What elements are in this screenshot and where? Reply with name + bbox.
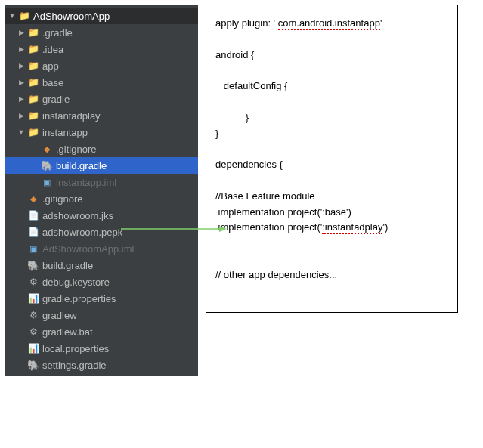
tree-item-AdShowroomApp-iml[interactable]: ▣AdShowroomApp.iml	[5, 240, 198, 257]
chevron-right-icon[interactable]	[17, 95, 26, 103]
tree-item-adshowroom-jks[interactable]: 📄adshowroom.jks	[5, 207, 198, 224]
code-line: implementation project(':instantadplay')	[215, 220, 448, 236]
tree-item-label: build.gradle	[42, 260, 93, 271]
spellcheck-underline: com.android.instantapp	[278, 17, 380, 30]
code-line: }	[215, 110, 448, 126]
properties-icon: 📊	[27, 342, 39, 354]
pointer-arrow	[121, 224, 227, 226]
folder-icon: 📁	[27, 76, 39, 88]
code-line: dependencies {	[215, 157, 448, 173]
gear-icon: ⚙	[27, 276, 39, 288]
svg-marker-1	[219, 226, 227, 232]
tree-item-gradlew[interactable]: ⚙gradlew	[5, 307, 198, 323]
code-line: android {	[215, 48, 448, 63]
gradle-icon: 🐘	[41, 159, 53, 171]
module-icon: ▣	[27, 243, 39, 255]
tree-item-label: base	[42, 77, 63, 88]
module-icon: ▣	[41, 176, 53, 188]
tree-item-label: adshowroom.jks	[42, 210, 113, 221]
gear-icon: ⚙	[27, 309, 39, 321]
tree-item-build-gradle[interactable]: 🐘build.gradle	[5, 157, 198, 174]
tree-item-instantapp[interactable]: 📁instantapp	[5, 124, 198, 141]
tree-item-label: gradlew	[42, 310, 77, 321]
gradle-icon: 🐘	[27, 359, 39, 371]
code-line: //Base Feature module	[215, 189, 448, 205]
tree-item-gradle-properties[interactable]: 📊gradle.properties	[5, 290, 198, 307]
chevron-right-icon[interactable]	[17, 62, 26, 70]
gradle-icon: 🐘	[27, 259, 39, 271]
spellcheck-underline: :instantadplay	[322, 221, 382, 234]
tree-item-build-gradle[interactable]: 🐘build.gradle	[5, 257, 198, 273]
chevron-down-icon	[8, 12, 17, 20]
tree-item-label: .gitignore	[56, 144, 96, 155]
tree-item-label: instantapp.iml	[56, 177, 116, 188]
tree-item-label: debug.keystore	[42, 277, 110, 288]
folder-icon: 📁	[27, 110, 39, 122]
chevron-right-icon[interactable]	[17, 45, 26, 53]
properties-icon: 📊	[27, 292, 39, 304]
tree-root-label: AdShowroomApp	[33, 11, 110, 22]
project-tree: 📁 AdShowroomApp 📁.gradle📁.idea📁app📁base📁…	[5, 5, 198, 376]
gear-icon: ⚙	[27, 326, 39, 338]
tree-item-gradle[interactable]: 📁gradle	[5, 91, 198, 107]
tree-item--idea[interactable]: 📁.idea	[5, 41, 198, 57]
tree-item-instantapp-iml[interactable]: ▣instantapp.iml	[5, 174, 198, 190]
code-line: apply plugin: ' com.android.instantapp'	[215, 16, 448, 32]
tree-item-label: build.gradle	[56, 160, 107, 171]
gitignore-icon: ◆	[41, 143, 53, 155]
tree-item-instantadplay[interactable]: 📁instantadplay	[5, 107, 198, 124]
tree-item--gradle[interactable]: 📁.gradle	[5, 24, 198, 41]
code-line: // other app dependencies...	[215, 267, 448, 283]
tree-item-label: gradle.properties	[42, 293, 116, 304]
tree-item-label: gradlew.bat	[42, 326, 93, 338]
chevron-down-icon[interactable]	[17, 128, 26, 136]
folder-icon: 📁	[27, 26, 39, 39]
tree-item-label: instantadplay	[42, 110, 101, 122]
code-line: }	[215, 126, 448, 142]
tree-item-settings-gradle[interactable]: 🐘settings.gradle	[5, 357, 198, 373]
code-line: implementation project(':base')	[215, 205, 448, 221]
tree-item-label: .gitignore	[42, 193, 82, 205]
tree-item-base[interactable]: 📁base	[5, 74, 198, 91]
file-icon: 📄	[27, 209, 39, 221]
tree-item--gitignore[interactable]: ◆.gitignore	[5, 190, 198, 207]
chevron-right-icon[interactable]	[17, 29, 26, 36]
tree-item--gitignore[interactable]: ◆.gitignore	[5, 141, 198, 157]
tree-item-label: instantapp	[42, 127, 88, 138]
folder-icon: 📁	[18, 10, 30, 22]
chevron-right-icon[interactable]	[17, 79, 26, 86]
tree-root[interactable]: 📁 AdShowroomApp	[5, 8, 198, 24]
tree-item-label: local.properties	[42, 343, 109, 354]
chevron-right-icon[interactable]	[17, 112, 26, 119]
tree-item-label: AdShowroomApp.iml	[42, 243, 134, 255]
folder-icon: 📁	[27, 43, 39, 55]
tree-item-local-properties[interactable]: 📊local.properties	[5, 340, 198, 357]
file-icon: 📄	[27, 226, 39, 238]
tree-item-label: settings.gradle	[42, 360, 107, 371]
tree-item-label: gradle	[42, 94, 70, 105]
tree-item-app[interactable]: 📁app	[5, 57, 198, 74]
code-line: defaultConfig {	[215, 79, 448, 94]
folder-icon: 📁	[27, 60, 39, 72]
tree-item-label: .gradle	[42, 27, 73, 39]
tree-item-debug-keystore[interactable]: ⚙debug.keystore	[5, 273, 198, 290]
gitignore-icon: ◆	[27, 193, 39, 205]
tree-item-gradlew-bat[interactable]: ⚙gradlew.bat	[5, 323, 198, 340]
tree-item-label: .idea	[42, 44, 63, 55]
code-preview: apply plugin: ' com.android.instantapp' …	[206, 5, 458, 313]
folder-icon: 📁	[27, 126, 39, 138]
tree-item-label: adshowroom.pepk	[42, 227, 122, 238]
tree-item-label: app	[42, 60, 59, 72]
folder-icon: 📁	[27, 93, 39, 105]
